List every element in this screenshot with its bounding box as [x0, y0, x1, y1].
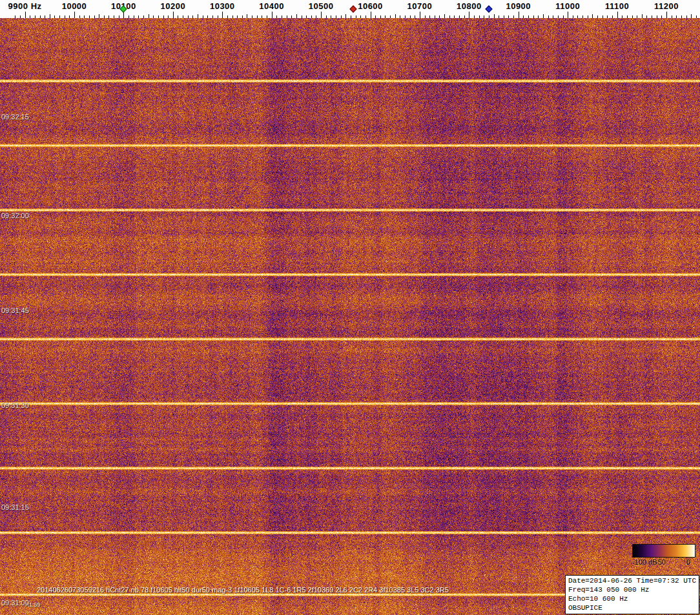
- ruler-tick: [108, 15, 109, 18]
- ruler-tick: [207, 15, 208, 18]
- ruler-tick: [345, 14, 346, 18]
- ruler-tick: [504, 15, 504, 18]
- ruler-tick: [538, 15, 539, 18]
- detection-log-text: 20140626073059216 hCnt27 nb 78 f10605 hi…: [37, 586, 449, 594]
- ruler-tick: [267, 15, 267, 18]
- ruler-tick: [89, 15, 90, 18]
- colorbar-mid-label: -50: [655, 558, 666, 566]
- ruler-tick: [508, 15, 509, 18]
- ruler-tick: [183, 15, 183, 18]
- time-label: 09:31:15: [1, 503, 29, 511]
- waterfall-display: 20140626073059216 hCnt27 nb 78 f10605 hi…: [0, 18, 700, 615]
- ruler-tick: [563, 15, 564, 18]
- ruler-tick: [622, 15, 623, 18]
- ruler-tick: [577, 15, 578, 18]
- ruler-tick: [114, 15, 114, 18]
- ruler-tick: [400, 15, 400, 18]
- ruler-freq-label: 10500: [309, 1, 334, 11]
- ruler-tick: [227, 15, 228, 18]
- ruler-tick: [306, 15, 307, 18]
- ruler-tick: [597, 15, 598, 18]
- ruler-tick: [632, 15, 633, 18]
- ruler-tick: [666, 12, 667, 18]
- time-label: 09:32:15: [1, 113, 29, 121]
- ruler-tick: [50, 14, 50, 18]
- ruler-tick: [158, 15, 159, 18]
- time-label: 09:31:45: [1, 307, 29, 314]
- ruler-tick: [617, 12, 618, 18]
- colorbar-labels: -100 dB -50 0: [632, 558, 695, 567]
- ruler-tick: [429, 15, 430, 18]
- time-label: 09:31:00: [1, 599, 29, 607]
- ruler-tick: [627, 15, 628, 18]
- ruler-tick: [519, 12, 519, 18]
- ruler-tick: [528, 15, 529, 18]
- ruler-tick: [592, 14, 593, 18]
- ruler-tick: [54, 15, 55, 18]
- ruler-tick: [326, 15, 327, 18]
- ruler-tick: [212, 15, 213, 18]
- info-date-time: Date=2014-06-26 Time=07:32 UTC: [568, 576, 696, 585]
- ruler-tick: [35, 15, 36, 18]
- ruler-tick: [242, 15, 243, 18]
- ruler-tick: [444, 14, 445, 18]
- ruler-tick: [25, 12, 26, 18]
- ruler-tick: [435, 15, 435, 18]
- ruler-tick: [582, 15, 583, 18]
- ruler-tick: [192, 15, 193, 18]
- ruler-tick: [129, 15, 129, 18]
- ruler-freq-label: 10600: [358, 1, 383, 11]
- ruler-tick: [65, 15, 65, 18]
- ruler-freq-label: 10900: [506, 1, 531, 11]
- ruler-tick: [99, 14, 99, 18]
- blue-marker-icon[interactable]: [485, 5, 492, 12]
- ruler-tick: [365, 15, 366, 18]
- info-box: Date=2014-06-26 Time=07:32 UTC Freq=143 …: [565, 575, 699, 614]
- ruler-tick: [178, 15, 178, 18]
- ruler-tick: [652, 15, 652, 18]
- ruler-tick: [302, 15, 302, 18]
- ruler-tick: [341, 15, 342, 18]
- red-marker-icon[interactable]: [349, 5, 356, 12]
- ruler-tick: [291, 15, 292, 18]
- ruler-tick: [449, 15, 450, 18]
- ruler-tick: [119, 15, 119, 18]
- ruler-tick: [163, 15, 164, 18]
- ruler-tick: [588, 15, 588, 18]
- ruler-tick: [696, 15, 697, 18]
- ruler-tick: [691, 14, 692, 18]
- ruler-tick: [642, 14, 643, 18]
- ruler-tick: [523, 15, 524, 18]
- ruler-tick: [657, 15, 657, 18]
- ruler-tick: [607, 15, 608, 18]
- ruler-tick: [661, 15, 662, 18]
- ruler-tick: [198, 14, 198, 18]
- ruler-tick: [336, 15, 336, 18]
- ruler-tick: [282, 15, 282, 18]
- spectrogram-canvas[interactable]: [0, 18, 700, 615]
- ruler-tick: [573, 15, 573, 18]
- ruler-tick: [360, 15, 361, 18]
- info-frequency: Freq=143 050 000 Hz: [568, 585, 696, 594]
- ruler-tick: [385, 15, 386, 18]
- ruler-tick: [143, 15, 144, 18]
- ruler-tick: [218, 15, 218, 18]
- ruler-tick: [464, 15, 465, 18]
- ruler-tick: [533, 15, 534, 18]
- ruler-tick: [316, 15, 316, 18]
- ruler-freq-label: 10800: [457, 1, 482, 11]
- ruler-tick: [672, 15, 672, 18]
- ruler-tick: [686, 15, 687, 18]
- ruler-tick: [454, 15, 455, 18]
- ruler-tick: [415, 15, 415, 18]
- ruler-tick: [681, 15, 682, 18]
- ruler-tick: [351, 15, 351, 18]
- colorbar: -100 dB -50 0: [632, 544, 695, 567]
- ruler-freq-label: 10300: [210, 1, 235, 11]
- ruler-tick: [469, 12, 469, 18]
- ruler-tick: [84, 15, 85, 18]
- ruler-tick: [134, 15, 134, 18]
- ruler-tick: [425, 15, 426, 18]
- ruler-tick: [203, 15, 203, 18]
- ruler-tick: [602, 15, 603, 18]
